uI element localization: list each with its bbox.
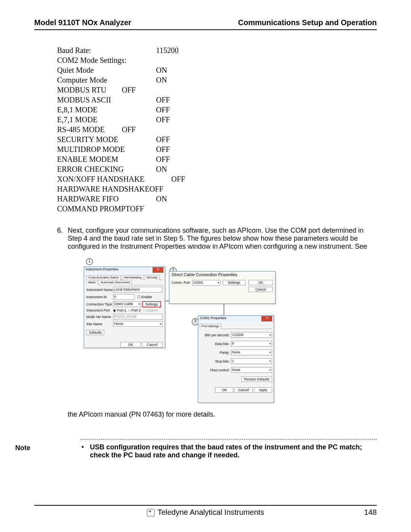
modevar-label: Mode Var Name xyxy=(86,315,113,319)
tab-security[interactable]: Security xyxy=(145,275,159,280)
footer-company: Teledyne Analytical Instruments xyxy=(158,508,264,517)
setting-value: OFF xyxy=(171,174,185,184)
custom-radio[interactable]: ○ Custom xyxy=(143,308,158,312)
dialog-titlebar[interactable]: Instrument Properties ✕ xyxy=(84,267,165,273)
tab-port-settings[interactable]: Port Settings xyxy=(200,324,221,329)
cancel-button[interactable]: Cancel xyxy=(142,342,162,347)
setting-value: ON xyxy=(156,65,167,75)
setting-row: Baud Rate:115200 xyxy=(57,45,377,55)
flow-select[interactable]: None xyxy=(231,367,272,373)
setting-key: E,8,1 MODE xyxy=(57,105,156,115)
setting-key: RS-485 MODE xyxy=(57,125,122,134)
dialog-title: COM1 Properties xyxy=(200,316,226,321)
setting-key: Computer Mode xyxy=(57,75,156,85)
setting-key: Baud Rate: xyxy=(57,45,156,55)
databits-label: Data bits: xyxy=(200,342,231,346)
settings-button[interactable]: Settings xyxy=(223,280,245,285)
tab-handshaking[interactable]: Handshaking xyxy=(122,275,143,280)
setting-value: OFF xyxy=(156,95,170,105)
setting-value: OFF xyxy=(156,134,170,144)
setting-row: MULTIDROP MODEOFF xyxy=(57,144,377,154)
setting-key: MODBUS RTU xyxy=(57,85,122,95)
setting-key: XON/XOFF HANDSHAKE xyxy=(57,174,171,184)
instrument-id-label: Instrument ID xyxy=(86,295,113,299)
bps-select[interactable]: 115200 xyxy=(231,332,272,338)
setting-row: MODBUS ASCIIOFF xyxy=(57,95,377,105)
setting-value: ON xyxy=(156,75,167,85)
databits-select[interactable]: 8 xyxy=(231,341,272,347)
note-box: Note • USB configuration requires that t… xyxy=(80,439,377,459)
setting-row: ENABLE MODEMOFF xyxy=(57,154,377,164)
parity-label: Parity: xyxy=(200,351,231,355)
defaults-button[interactable]: Defaults xyxy=(86,330,104,335)
setting-row: HARDWARE HANDSHAKEOFF xyxy=(57,184,377,194)
dialog-titlebar[interactable]: COM1 Properties ✕ xyxy=(198,316,274,322)
setting-value: ON xyxy=(156,164,167,174)
modevar-field[interactable]: RS232_MODE xyxy=(113,314,162,320)
tab-bar: Code-Activated Switch Handshaking Securi… xyxy=(86,275,162,280)
setting-value: ON xyxy=(156,194,167,204)
cancel-button[interactable]: Cancel xyxy=(234,387,253,393)
setting-value: OFF xyxy=(156,105,170,115)
tab-bar: Port Settings xyxy=(200,323,272,329)
setting-row: COMMAND PROMPTOFF xyxy=(57,204,377,214)
step-6: 6. Next, configure your communications s… xyxy=(57,227,377,251)
apply-button[interactable]: Apply xyxy=(254,387,272,393)
ok-button[interactable]: OK xyxy=(249,280,273,285)
setting-key: MULTIDROP MODE xyxy=(57,144,156,154)
page-header: Model 9110T NOx Analyzer Communications … xyxy=(34,18,377,30)
stopbits-label: Stop bits: xyxy=(200,359,231,363)
setting-row: HARDWARE FIFOON xyxy=(57,194,377,204)
setting-key: HARDWARE HANDSHAKE xyxy=(57,184,150,194)
setting-row: SECURITY MODEOFF xyxy=(57,134,377,144)
instrument-name-field[interactable]: Local Instrument xyxy=(113,287,162,292)
commport-select[interactable]: COM1 xyxy=(192,280,220,286)
page-number: 148 xyxy=(364,508,377,517)
setting-key: ERROR CHECKING xyxy=(57,164,156,174)
settings-button[interactable]: Settings xyxy=(143,302,161,307)
port2-radio[interactable]: ○ Port 2 xyxy=(129,308,141,312)
bullet-icon: • xyxy=(81,443,84,459)
restore-defaults-button[interactable]: Restore Defaults xyxy=(241,377,272,382)
instrument-id-field[interactable]: 0 xyxy=(113,294,134,300)
setting-key: COM2 Mode Settings: xyxy=(57,55,156,65)
close-icon[interactable]: ✕ xyxy=(153,267,163,273)
sitename-select[interactable]: Home xyxy=(113,321,162,327)
setting-value: OFF xyxy=(156,144,170,154)
step-text: Next, configure your communications soft… xyxy=(68,227,377,251)
com-settings-list: Baud Rate:115200COM2 Mode Settings:Quiet… xyxy=(57,45,377,214)
inst-port-label: Instrument Port xyxy=(86,308,113,312)
close-icon[interactable]: ✕ xyxy=(261,316,272,321)
after-figure-text: the APIcom manual (PN 07463) for more de… xyxy=(68,411,377,419)
step-number: 6. xyxy=(57,227,68,251)
conn-type-select[interactable]: Direct Cable xyxy=(113,301,141,307)
bps-label: Bits per second: xyxy=(200,333,231,337)
ok-button[interactable]: OK xyxy=(120,342,141,347)
setting-row: COM2 Mode Settings: xyxy=(57,55,377,65)
apicom-figure: 1 2 3 Instrument Properties ✕ Code-Activ… xyxy=(84,258,278,407)
conn-type-label: Connection Type xyxy=(86,302,113,306)
header-left: Model 9110T NOx Analyzer xyxy=(34,18,131,27)
setting-key: COMMAND PROMPT xyxy=(57,204,130,214)
parity-select[interactable]: None xyxy=(231,350,272,355)
commport-label: Comm. Port xyxy=(172,281,190,284)
setting-row: E,7,1 MODEOFF xyxy=(57,115,377,125)
enable-checkbox[interactable]: ☐ Enable xyxy=(137,295,152,299)
setting-key: Quiet Mode xyxy=(57,65,156,75)
stopbits-select[interactable]: 1 xyxy=(231,358,272,364)
setting-row: ERROR CHECKINGON xyxy=(57,164,377,174)
setting-key: MODBUS ASCII xyxy=(57,95,156,105)
note-label: Note xyxy=(15,444,30,452)
setting-value: OFF xyxy=(130,204,144,214)
tab-cas[interactable]: Code-Activated Switch xyxy=(86,275,121,280)
ok-button[interactable]: OK xyxy=(215,387,233,393)
setting-value: OFF xyxy=(122,85,136,95)
setting-value: OFF xyxy=(150,184,164,194)
port1-radio[interactable]: ◉ Port 1 xyxy=(113,308,126,312)
header-right: Communications Setup and Operation xyxy=(238,18,377,27)
tab-autodisc[interactable]: Automatic Disconnect xyxy=(99,280,132,285)
tab-basic[interactable]: Basic xyxy=(86,280,98,285)
cancel-button[interactable]: Cancel xyxy=(249,287,273,292)
setting-value: OFF xyxy=(122,125,136,134)
instrument-name-label: Instrument Name xyxy=(86,288,113,292)
